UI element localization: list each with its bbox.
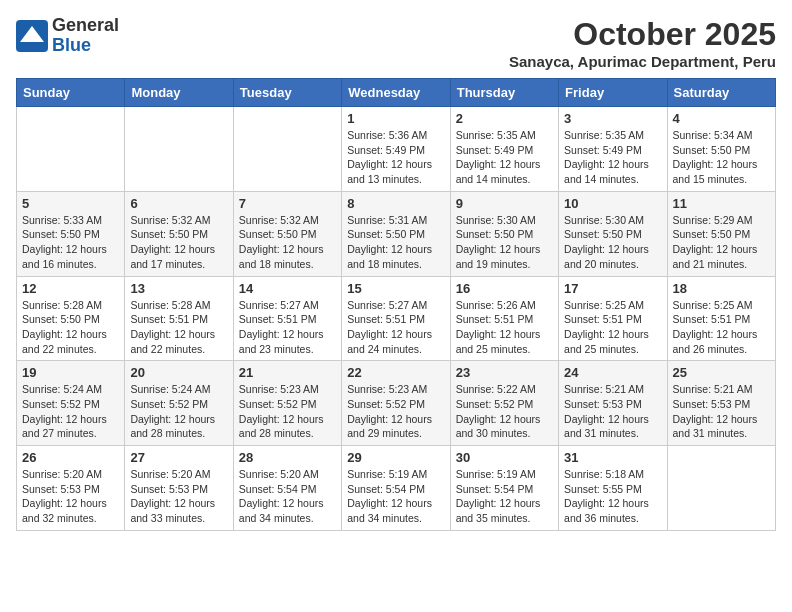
- day-info: Sunrise: 5:22 AM Sunset: 5:52 PM Dayligh…: [456, 382, 553, 441]
- day-number: 7: [239, 196, 336, 211]
- table-row: 11Sunrise: 5:29 AM Sunset: 5:50 PM Dayli…: [667, 191, 775, 276]
- title-block: October 2025 Sanayca, Apurimac Departmen…: [509, 16, 776, 70]
- table-row: 1Sunrise: 5:36 AM Sunset: 5:49 PM Daylig…: [342, 107, 450, 192]
- header-friday: Friday: [559, 79, 667, 107]
- table-row: 21Sunrise: 5:23 AM Sunset: 5:52 PM Dayli…: [233, 361, 341, 446]
- day-number: 27: [130, 450, 227, 465]
- table-row: [17, 107, 125, 192]
- table-row: 20Sunrise: 5:24 AM Sunset: 5:52 PM Dayli…: [125, 361, 233, 446]
- table-row: 28Sunrise: 5:20 AM Sunset: 5:54 PM Dayli…: [233, 446, 341, 531]
- day-info: Sunrise: 5:28 AM Sunset: 5:50 PM Dayligh…: [22, 298, 119, 357]
- table-row: 13Sunrise: 5:28 AM Sunset: 5:51 PM Dayli…: [125, 276, 233, 361]
- table-row: 5Sunrise: 5:33 AM Sunset: 5:50 PM Daylig…: [17, 191, 125, 276]
- logo: General Blue: [16, 16, 119, 56]
- day-info: Sunrise: 5:23 AM Sunset: 5:52 PM Dayligh…: [347, 382, 444, 441]
- header-sunday: Sunday: [17, 79, 125, 107]
- day-info: Sunrise: 5:21 AM Sunset: 5:53 PM Dayligh…: [673, 382, 770, 441]
- calendar-title: October 2025: [509, 16, 776, 53]
- calendar-subtitle: Sanayca, Apurimac Department, Peru: [509, 53, 776, 70]
- table-row: 17Sunrise: 5:25 AM Sunset: 5:51 PM Dayli…: [559, 276, 667, 361]
- day-number: 11: [673, 196, 770, 211]
- day-info: Sunrise: 5:19 AM Sunset: 5:54 PM Dayligh…: [456, 467, 553, 526]
- day-info: Sunrise: 5:36 AM Sunset: 5:49 PM Dayligh…: [347, 128, 444, 187]
- table-row: 2Sunrise: 5:35 AM Sunset: 5:49 PM Daylig…: [450, 107, 558, 192]
- table-row: 3Sunrise: 5:35 AM Sunset: 5:49 PM Daylig…: [559, 107, 667, 192]
- header-wednesday: Wednesday: [342, 79, 450, 107]
- day-info: Sunrise: 5:19 AM Sunset: 5:54 PM Dayligh…: [347, 467, 444, 526]
- day-info: Sunrise: 5:24 AM Sunset: 5:52 PM Dayligh…: [130, 382, 227, 441]
- table-row: 30Sunrise: 5:19 AM Sunset: 5:54 PM Dayli…: [450, 446, 558, 531]
- logo-general: General: [52, 16, 119, 36]
- table-row: 14Sunrise: 5:27 AM Sunset: 5:51 PM Dayli…: [233, 276, 341, 361]
- calendar-week-row: 5Sunrise: 5:33 AM Sunset: 5:50 PM Daylig…: [17, 191, 776, 276]
- day-info: Sunrise: 5:30 AM Sunset: 5:50 PM Dayligh…: [564, 213, 661, 272]
- day-number: 10: [564, 196, 661, 211]
- logo-blue: Blue: [52, 36, 119, 56]
- day-info: Sunrise: 5:31 AM Sunset: 5:50 PM Dayligh…: [347, 213, 444, 272]
- day-number: 12: [22, 281, 119, 296]
- table-row: 12Sunrise: 5:28 AM Sunset: 5:50 PM Dayli…: [17, 276, 125, 361]
- table-row: 7Sunrise: 5:32 AM Sunset: 5:50 PM Daylig…: [233, 191, 341, 276]
- table-row: [233, 107, 341, 192]
- day-info: Sunrise: 5:21 AM Sunset: 5:53 PM Dayligh…: [564, 382, 661, 441]
- calendar-week-row: 1Sunrise: 5:36 AM Sunset: 5:49 PM Daylig…: [17, 107, 776, 192]
- header-thursday: Thursday: [450, 79, 558, 107]
- table-row: 15Sunrise: 5:27 AM Sunset: 5:51 PM Dayli…: [342, 276, 450, 361]
- table-row: 29Sunrise: 5:19 AM Sunset: 5:54 PM Dayli…: [342, 446, 450, 531]
- day-number: 1: [347, 111, 444, 126]
- day-number: 19: [22, 365, 119, 380]
- day-info: Sunrise: 5:27 AM Sunset: 5:51 PM Dayligh…: [347, 298, 444, 357]
- table-row: [667, 446, 775, 531]
- day-info: Sunrise: 5:25 AM Sunset: 5:51 PM Dayligh…: [564, 298, 661, 357]
- day-info: Sunrise: 5:20 AM Sunset: 5:54 PM Dayligh…: [239, 467, 336, 526]
- day-number: 6: [130, 196, 227, 211]
- table-row: 10Sunrise: 5:30 AM Sunset: 5:50 PM Dayli…: [559, 191, 667, 276]
- day-number: 22: [347, 365, 444, 380]
- calendar-header-row: Sunday Monday Tuesday Wednesday Thursday…: [17, 79, 776, 107]
- day-info: Sunrise: 5:27 AM Sunset: 5:51 PM Dayligh…: [239, 298, 336, 357]
- table-row: 27Sunrise: 5:20 AM Sunset: 5:53 PM Dayli…: [125, 446, 233, 531]
- table-row: 6Sunrise: 5:32 AM Sunset: 5:50 PM Daylig…: [125, 191, 233, 276]
- day-number: 2: [456, 111, 553, 126]
- day-number: 21: [239, 365, 336, 380]
- day-number: 8: [347, 196, 444, 211]
- day-info: Sunrise: 5:28 AM Sunset: 5:51 PM Dayligh…: [130, 298, 227, 357]
- day-info: Sunrise: 5:18 AM Sunset: 5:55 PM Dayligh…: [564, 467, 661, 526]
- day-info: Sunrise: 5:33 AM Sunset: 5:50 PM Dayligh…: [22, 213, 119, 272]
- day-info: Sunrise: 5:24 AM Sunset: 5:52 PM Dayligh…: [22, 382, 119, 441]
- day-info: Sunrise: 5:20 AM Sunset: 5:53 PM Dayligh…: [130, 467, 227, 526]
- header-monday: Monday: [125, 79, 233, 107]
- day-number: 23: [456, 365, 553, 380]
- calendar-week-row: 19Sunrise: 5:24 AM Sunset: 5:52 PM Dayli…: [17, 361, 776, 446]
- table-row: 31Sunrise: 5:18 AM Sunset: 5:55 PM Dayli…: [559, 446, 667, 531]
- day-info: Sunrise: 5:32 AM Sunset: 5:50 PM Dayligh…: [239, 213, 336, 272]
- day-number: 5: [22, 196, 119, 211]
- page-header: General Blue October 2025 Sanayca, Apuri…: [16, 16, 776, 70]
- calendar-week-row: 26Sunrise: 5:20 AM Sunset: 5:53 PM Dayli…: [17, 446, 776, 531]
- day-number: 16: [456, 281, 553, 296]
- day-number: 14: [239, 281, 336, 296]
- day-number: 30: [456, 450, 553, 465]
- day-number: 18: [673, 281, 770, 296]
- table-row: [125, 107, 233, 192]
- table-row: 16Sunrise: 5:26 AM Sunset: 5:51 PM Dayli…: [450, 276, 558, 361]
- table-row: 25Sunrise: 5:21 AM Sunset: 5:53 PM Dayli…: [667, 361, 775, 446]
- day-number: 26: [22, 450, 119, 465]
- day-number: 13: [130, 281, 227, 296]
- table-row: 22Sunrise: 5:23 AM Sunset: 5:52 PM Dayli…: [342, 361, 450, 446]
- day-info: Sunrise: 5:29 AM Sunset: 5:50 PM Dayligh…: [673, 213, 770, 272]
- day-number: 15: [347, 281, 444, 296]
- table-row: 8Sunrise: 5:31 AM Sunset: 5:50 PM Daylig…: [342, 191, 450, 276]
- day-number: 20: [130, 365, 227, 380]
- header-saturday: Saturday: [667, 79, 775, 107]
- header-tuesday: Tuesday: [233, 79, 341, 107]
- calendar-table: Sunday Monday Tuesday Wednesday Thursday…: [16, 78, 776, 531]
- day-info: Sunrise: 5:26 AM Sunset: 5:51 PM Dayligh…: [456, 298, 553, 357]
- day-number: 3: [564, 111, 661, 126]
- day-number: 9: [456, 196, 553, 211]
- day-info: Sunrise: 5:35 AM Sunset: 5:49 PM Dayligh…: [564, 128, 661, 187]
- day-info: Sunrise: 5:32 AM Sunset: 5:50 PM Dayligh…: [130, 213, 227, 272]
- day-info: Sunrise: 5:30 AM Sunset: 5:50 PM Dayligh…: [456, 213, 553, 272]
- table-row: 26Sunrise: 5:20 AM Sunset: 5:53 PM Dayli…: [17, 446, 125, 531]
- table-row: 9Sunrise: 5:30 AM Sunset: 5:50 PM Daylig…: [450, 191, 558, 276]
